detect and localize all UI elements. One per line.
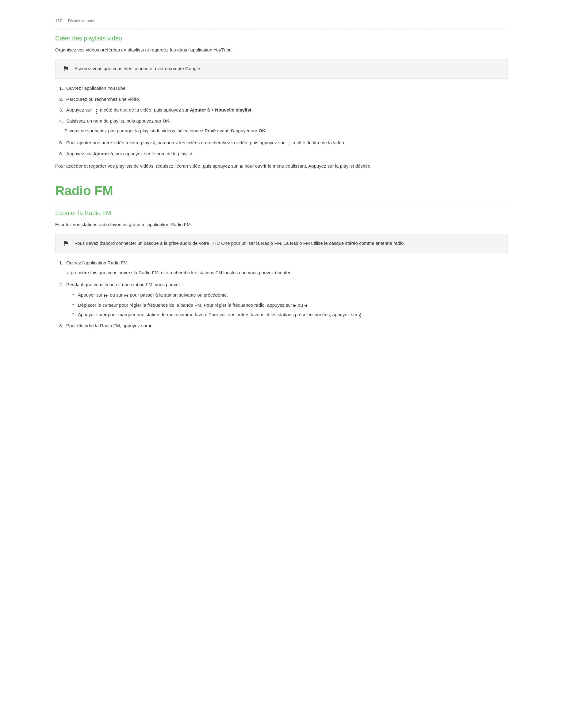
radio-step-1: Ouvrez l'application Radio FM. La premiè…: [64, 259, 508, 277]
step-1: Ouvrez l'application YouTube.: [64, 84, 508, 92]
radio-step-3-text: Pour éteindre la Radio FM, appuyez sur .: [66, 323, 152, 328]
steps-list-1: Ouvrez l'application YouTube. Parcourez …: [64, 84, 508, 157]
radio-bullet-list: Appuyer sur ou sur pour passer à la stat…: [72, 291, 508, 319]
step-3: Appuyez sur à côté du titre de la vidéo,…: [64, 106, 508, 114]
note-box-google: ⚑ Assurez-vous que vous êtes connecté à …: [55, 59, 508, 79]
three-dots-icon: [94, 108, 98, 113]
menu-icon: [239, 162, 243, 171]
step-2-text: Parcourez ou recherchez une vidéo.: [66, 97, 140, 102]
skip-backward-icon: [124, 291, 128, 299]
section-divider-radio: [55, 204, 508, 204]
heart-icon: [104, 312, 106, 319]
section1-title: Créer des playlists vidéo: [55, 35, 508, 42]
step-2: Parcourez ou recherchez une vidéo.: [64, 95, 508, 103]
section2-intro: Ecoutez vos stations radio favorites grâ…: [55, 221, 508, 228]
radio-step-2: Pendant que vous écoutez une station FM,…: [64, 281, 508, 319]
section1-intro: Organisez vos vidéos préférées en playli…: [55, 46, 508, 54]
step-4-text: Saisissez un nom de playlist, puis appuy…: [66, 118, 171, 123]
section-creer-playlists: Créer des playlists vidéo Organisez vos …: [55, 35, 508, 171]
step-5-text: Pour ajouter une autre vidéo à votre pla…: [66, 140, 345, 145]
flag-icon-radio: ⚑: [63, 240, 69, 248]
radio-step-1-sub: La première fois que vous ouvrez la Radi…: [64, 269, 508, 276]
step-3-text: Appuyez sur à côté du titre de la vidéo,…: [66, 107, 253, 112]
note-box-radio: ⚑ Vous devez d'abord connecter un casque…: [55, 234, 508, 253]
stop-icon: [149, 322, 151, 330]
section2-subsection-title: Écouter la Radio FM: [55, 210, 508, 217]
note-text-radio: Vous devez d'abord connecter un casque à…: [74, 240, 405, 247]
rewind-icon: [304, 302, 307, 309]
radio-bullet-1: Appuyer sur ou sur pour passer à la stat…: [72, 291, 508, 299]
section2-title-large: Radio FM: [55, 184, 508, 198]
page-category: Divertissement: [68, 18, 94, 23]
page-number: 137: [55, 18, 62, 23]
steps-list-2: Ouvrez l'application Radio FM. La premiè…: [64, 259, 508, 330]
play-icon: [294, 302, 297, 309]
radio-bullet-3: Appuyer sur pour marquer une station de …: [72, 311, 508, 319]
back-icon: [359, 312, 362, 319]
radio-step-2-text: Pendant que vous écoutez une station FM,…: [66, 282, 183, 287]
step-6: Appuyez sur Ajouter à, puis appuyez sur …: [64, 150, 508, 158]
radio-bullet-2: Déplacer le curseur pour régler la fréqu…: [72, 301, 508, 309]
section1-footer: Pour accéder et regarder vos playlists d…: [55, 162, 508, 171]
section-radio-fm: Radio FM Écouter la Radio FM Ecoutez vos…: [55, 184, 508, 330]
section-divider-top: [55, 29, 508, 29]
flag-icon: ⚑: [63, 65, 69, 73]
skip-forward-icon: [104, 291, 108, 299]
three-dots-icon-2: [287, 140, 291, 146]
step-4: Saisissez un nom de playlist, puis appuy…: [64, 117, 508, 135]
radio-step-3: Pour éteindre la Radio FM, appuyez sur .: [64, 322, 508, 330]
step-1-text: Ouvrez l'application YouTube.: [66, 85, 127, 91]
page-header: 137 Divertissement: [55, 18, 508, 23]
step-4-sub: Si vous ne souhaitez pas partager la pla…: [64, 127, 508, 135]
note-text-google: Assurez-vous que vous êtes connecté à vo…: [74, 65, 201, 72]
step-5: Pour ajouter une autre vidéo à votre pla…: [64, 139, 508, 147]
step-6-text: Appuyez sur Ajouter à, puis appuyez sur …: [66, 151, 193, 156]
radio-step-1-text: Ouvrez l'application Radio FM.: [66, 260, 129, 265]
